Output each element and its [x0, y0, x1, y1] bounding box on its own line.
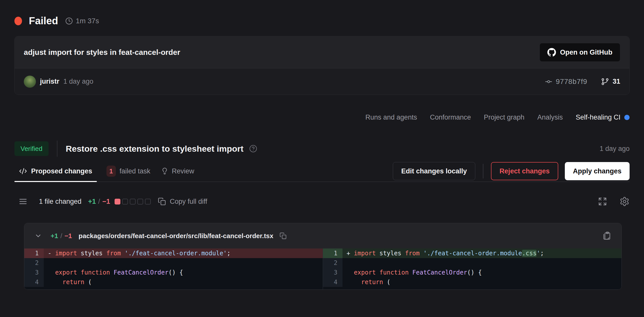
edit-changes-locally-button[interactable]: Edit changes locally	[393, 162, 475, 180]
github-icon	[547, 48, 556, 57]
diff-line: 1- import styles from './feat-cancel-ord…	[24, 248, 323, 258]
diff-ratio-blocks	[115, 199, 151, 205]
diff-stats: +1 / −1	[88, 198, 110, 206]
copy-path-icon[interactable]	[280, 232, 287, 239]
reject-changes-button[interactable]: Reject changes	[491, 162, 558, 180]
diff-line: 3 export function FeatCancelOrder() {	[24, 268, 323, 277]
copy-full-diff-button[interactable]: Copy full diff	[158, 197, 207, 206]
code-text	[44, 258, 323, 268]
tab-failed-task[interactable]: 1 failed task	[106, 161, 151, 182]
commit-card-top: adjust import for styles in feat-cancel-…	[15, 36, 629, 68]
avatar	[24, 76, 36, 88]
code-text	[342, 258, 621, 268]
file-additions: +1	[51, 232, 58, 240]
header-divider	[57, 141, 57, 157]
notification-dot	[624, 115, 630, 120]
deletions-count: −1	[102, 198, 110, 206]
nav-item-analysis[interactable]: Analysis	[537, 114, 563, 121]
tab-proposed-changes[interactable]: Proposed changes	[14, 161, 97, 182]
file-deletions: −1	[65, 232, 72, 240]
line-number: 2	[24, 258, 44, 268]
nav-item-conformance[interactable]: Conformance	[430, 114, 471, 121]
diff-line: 4 return (	[323, 277, 621, 287]
nav-item-runs-and-agents[interactable]: Runs and agents	[366, 114, 417, 121]
nav-item-project-graph[interactable]: Project graph	[484, 114, 525, 121]
nav-item-self-healing-ci[interactable]: Self-healing CI	[576, 114, 630, 121]
tab-failed-task-label: failed task	[120, 167, 151, 175]
tab-review[interactable]: Review	[161, 161, 194, 182]
git-branch-icon	[601, 78, 609, 86]
nav-active-label: Self-healing CI	[576, 114, 620, 121]
tab-proposed-changes-label: Proposed changes	[31, 167, 92, 175]
chevron-down-icon[interactable]	[34, 232, 42, 240]
line-number: 1	[24, 248, 44, 258]
workspace-nav: Runs and agents Conformance Project grap…	[14, 114, 630, 121]
code-text: export function FeatCancelOrder() {	[342, 268, 621, 277]
help-icon[interactable]	[249, 145, 257, 153]
diff-line: 3 export function FeatCancelOrder() {	[323, 268, 621, 277]
stats-separator: /	[98, 198, 100, 206]
copy-file-diff-icon[interactable]	[602, 231, 611, 240]
commit-icon	[545, 78, 553, 86]
clock-icon	[65, 17, 73, 25]
diff-pane-old: 1- import styles from './feat-cancel-ord…	[24, 248, 323, 289]
code-text: export function FeatCancelOrder() {	[44, 268, 323, 277]
actions-divider	[483, 164, 483, 178]
copy-icon	[158, 197, 166, 206]
diff-file-card: +1 / −1 packages/orders/feat-cancel-orde…	[24, 223, 622, 290]
diff-ratio-block	[145, 199, 151, 205]
code-text: - import styles from './feat-cancel-orde…	[44, 248, 323, 258]
diff-file-header: +1 / −1 packages/orders/feat-cancel-orde…	[24, 223, 621, 248]
diff-ratio-block	[137, 199, 143, 205]
commit-meta-group: 9778b7f9 31	[545, 78, 620, 86]
tab-review-label: Review	[172, 167, 194, 175]
fix-header: Verified Restore .css extension to style…	[14, 141, 630, 157]
line-number: 4	[323, 277, 342, 287]
line-number: 4	[24, 277, 44, 287]
fix-title: Restore .css extension to stylesheet imp…	[66, 144, 244, 154]
file-path: packages/orders/feat-cancel-order/src/li…	[79, 232, 273, 240]
lightbulb-icon	[161, 167, 168, 175]
code-icon	[19, 167, 27, 175]
run-duration: 1m 37s	[76, 17, 99, 25]
author-group: juristr 1 day ago	[24, 76, 93, 88]
code-text: return (	[342, 277, 621, 287]
verified-badge: Verified	[14, 141, 49, 156]
diff-ratio-block	[130, 199, 136, 205]
gear-icon[interactable]	[619, 196, 630, 207]
additions-count: +1	[88, 198, 96, 206]
line-number: 2	[323, 258, 342, 268]
line-number: 1	[323, 248, 342, 258]
code-text: + import styles from './feat-cancel-orde…	[342, 248, 621, 258]
diff-ratio-block	[122, 199, 128, 205]
line-number: 3	[323, 268, 342, 277]
file-diff-stats: +1 / −1	[51, 232, 72, 240]
failed-status-dot	[14, 17, 22, 25]
run-status-row: Failed 1m 37s	[14, 0, 630, 27]
apply-changes-button[interactable]: Apply changes	[565, 162, 630, 180]
fix-time-ago: 1 day ago	[599, 145, 630, 153]
code-text: return (	[44, 277, 323, 287]
diff-toolbar-right	[598, 196, 630, 207]
author-name: juristr	[40, 78, 59, 85]
run-status-label: Failed	[29, 15, 58, 27]
diff-line: 2	[323, 258, 621, 268]
open-on-github-label: Open on GitHub	[560, 49, 612, 56]
expand-icon[interactable]	[598, 197, 607, 206]
diff-ratio-block	[115, 199, 120, 205]
diff-code: 1- import styles from './feat-cancel-ord…	[24, 248, 621, 289]
file-stats-separator: /	[60, 232, 62, 240]
branch-count: 31	[613, 78, 620, 85]
diff-line: 4 return (	[24, 277, 323, 287]
files-changed-label: 1 file changed	[39, 198, 81, 206]
open-on-github-button[interactable]: Open on GitHub	[540, 43, 620, 62]
diff-line: 2	[24, 258, 323, 268]
branch-count-group[interactable]: 31	[601, 78, 620, 86]
commit-title: adjust import for styles in feat-cancel-…	[24, 48, 180, 57]
fix-tabs-row: Proposed changes 1 failed task Review Ed…	[14, 161, 630, 182]
file-tree-menu-icon[interactable]	[18, 197, 28, 206]
commit-time-ago: 1 day ago	[63, 78, 94, 85]
commit-hash-group[interactable]: 9778b7f9	[545, 78, 587, 86]
diff-toolbar: 1 file changed +1 / −1 Copy full diff	[14, 193, 630, 210]
copy-full-diff-label: Copy full diff	[170, 198, 207, 206]
